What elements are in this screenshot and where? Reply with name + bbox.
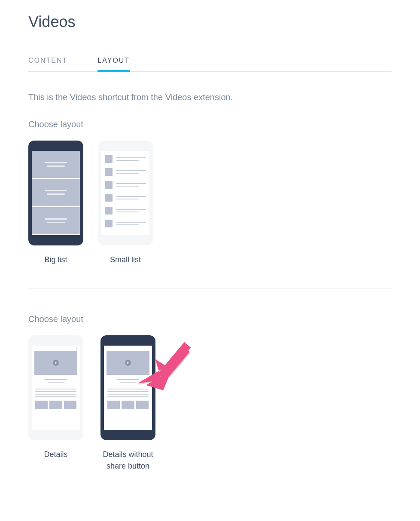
shortcut-description: This is the Videos shortcut from the Vid… (28, 92, 392, 102)
layout-option-details-no-share[interactable]: Details without share button (98, 335, 158, 472)
layout-option-small-list[interactable]: Small list (98, 141, 153, 266)
layout-option-big-list[interactable]: Big list (28, 141, 83, 266)
share-icon: ⇪ (75, 346, 78, 350)
layout-preview-details: ⇪ (28, 335, 83, 440)
choose-layout-label-2: Choose layout (28, 314, 392, 324)
tab-layout[interactable]: LAYOUT (97, 52, 130, 71)
page-title: Videos (28, 13, 392, 31)
layout-preview-big-list (28, 141, 83, 245)
divider (28, 288, 392, 288)
tab-content[interactable]: CONTENT (28, 52, 67, 71)
layout-caption: Details (44, 449, 67, 460)
layout-option-details[interactable]: ⇪ Details (28, 335, 83, 472)
layout-caption: Details without share button (98, 449, 158, 472)
layout-caption: Big list (44, 254, 67, 266)
layout-preview-small-list (98, 141, 153, 245)
play-icon (53, 360, 59, 366)
choose-layout-label-1: Choose layout (28, 120, 392, 129)
layout-caption: Small list (110, 254, 141, 266)
layout-preview-details-no-share (100, 335, 155, 440)
play-icon (125, 360, 131, 366)
layout-options-details: ⇪ Details (28, 335, 392, 472)
tabs: CONTENT LAYOUT (28, 52, 392, 72)
layout-options-list: Big list Small list (28, 141, 392, 266)
